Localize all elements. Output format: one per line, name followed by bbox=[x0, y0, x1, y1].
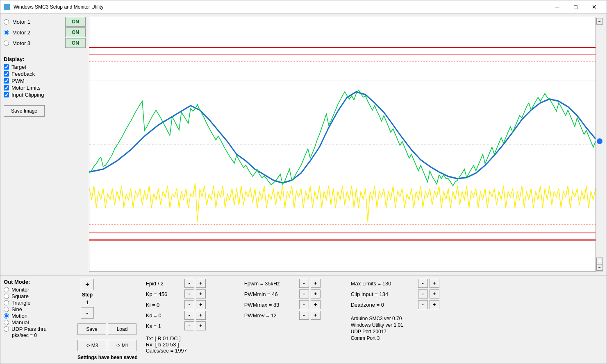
fpid-plus-button[interactable]: + bbox=[196, 279, 206, 288]
window-controls: ─ □ ✕ bbox=[548, 0, 603, 14]
tx-label: Tx: [ B 01 DC ] bbox=[146, 335, 236, 341]
close-button[interactable]: ✕ bbox=[585, 0, 603, 14]
feedback-label: Feedback bbox=[11, 71, 35, 77]
pwmrev-row: PWMrev = 12 - + bbox=[244, 311, 343, 320]
app-icon bbox=[4, 4, 10, 10]
status-text: Settings have been saved bbox=[77, 355, 138, 360]
to-m1-button[interactable]: -> M1 bbox=[108, 340, 136, 351]
pwmrev-plus-button[interactable]: + bbox=[311, 311, 321, 320]
motor-3-on-button[interactable]: ON bbox=[65, 38, 86, 48]
ki-minus-button[interactable]: - bbox=[184, 300, 194, 309]
scroll-up-button[interactable]: − bbox=[596, 18, 603, 25]
kd-label: Kd = 0 bbox=[146, 312, 183, 319]
triangle-radio[interactable] bbox=[4, 300, 9, 305]
out-mode-title: Out Mode: bbox=[4, 279, 69, 285]
pwmrev-minus-button[interactable]: - bbox=[299, 311, 309, 320]
manual-radio-row: Manual bbox=[4, 319, 69, 326]
ks-minus-button[interactable]: - bbox=[184, 321, 194, 330]
motor-3-radio[interactable] bbox=[4, 41, 9, 46]
pwm-section: Fpwm = 35kHz - + PWMmin = 46 - + PWMmax … bbox=[244, 279, 343, 360]
pwmmin-row: PWMmin = 46 - + bbox=[244, 289, 343, 298]
maxlimits-row: Max Limits = 130 - + bbox=[351, 279, 466, 288]
sine-label: Sine bbox=[11, 306, 22, 312]
motor-1-on-button[interactable]: ON bbox=[65, 17, 86, 27]
triangle-label: Triangle bbox=[11, 300, 30, 306]
pwm-checkbox[interactable] bbox=[4, 78, 9, 84]
motor-1-radio[interactable] bbox=[4, 19, 9, 25]
udp-radio[interactable] bbox=[4, 326, 9, 332]
load-button[interactable]: Load bbox=[108, 323, 136, 335]
fpid-minus-button[interactable]: - bbox=[184, 279, 194, 288]
input-clipping-checkbox-row: Input Clipping bbox=[4, 92, 86, 98]
limits-section: Max Limits = 130 - + Clip Input = 134 - … bbox=[351, 279, 466, 360]
pwmrev-label: PWMrev = 12 bbox=[244, 312, 298, 319]
scrollbar-thumb[interactable] bbox=[597, 138, 602, 144]
ks-plus-button[interactable]: + bbox=[196, 321, 206, 330]
motor-2-radio[interactable] bbox=[4, 30, 9, 35]
chart-svg bbox=[89, 17, 596, 271]
motor-1-label: Motor 1 bbox=[12, 19, 62, 25]
clipinput-minus-button[interactable]: - bbox=[418, 289, 428, 298]
pwmmax-plus-button[interactable]: + bbox=[311, 300, 321, 309]
manual-label: Manual bbox=[11, 319, 29, 326]
motor-1-row: Motor 1 ON bbox=[4, 17, 86, 27]
maxlimits-plus-button[interactable]: + bbox=[430, 279, 439, 288]
step-area: + Step 1 - bbox=[77, 279, 94, 319]
minimize-button[interactable]: ─ bbox=[548, 0, 566, 14]
step-value: 1 bbox=[86, 299, 89, 305]
feedback-checkbox-row: Feedback bbox=[4, 71, 86, 77]
deadzone-minus-button[interactable]: - bbox=[418, 300, 428, 309]
kp-minus-button[interactable]: - bbox=[184, 289, 194, 298]
ki-row: Ki = 0 - + bbox=[146, 300, 236, 309]
scroll-mid-button[interactable]: − bbox=[596, 258, 603, 264]
kp-label: Kp = 456 bbox=[146, 291, 183, 297]
maxlimits-minus-button[interactable]: - bbox=[418, 279, 428, 288]
window-title: Windows SMC3 Setup and Monitor Utility bbox=[14, 4, 103, 10]
kp-row: Kp = 456 - + bbox=[146, 289, 236, 298]
monitor-radio[interactable] bbox=[4, 287, 9, 292]
rx-label: Rx: [ b 20 53 ] bbox=[146, 341, 236, 348]
to-m3-button[interactable]: -> M3 bbox=[77, 340, 106, 351]
target-checkbox[interactable] bbox=[4, 64, 9, 70]
ks-row: Ks = 1 - + bbox=[146, 321, 236, 330]
kd-minus-button[interactable]: - bbox=[184, 311, 194, 320]
motion-radio[interactable] bbox=[4, 313, 9, 319]
save-image-button[interactable]: Save Image bbox=[4, 105, 45, 117]
step-plus-button[interactable]: + bbox=[81, 279, 94, 290]
motor-2-on-button[interactable]: ON bbox=[65, 27, 86, 37]
square-radio[interactable] bbox=[4, 294, 9, 299]
save-button[interactable]: Save bbox=[77, 323, 106, 335]
input-clipping-checkbox[interactable] bbox=[4, 92, 9, 97]
pwmmax-minus-button[interactable]: - bbox=[299, 300, 309, 309]
clipinput-plus-button[interactable]: + bbox=[430, 289, 439, 298]
triangle-radio-row: Triangle bbox=[4, 300, 69, 306]
motion-radio-row: Motion bbox=[4, 313, 69, 319]
kd-row: Kd = 0 - + bbox=[146, 311, 236, 320]
fpwm-row: Fpwm = 35kHz - + bbox=[244, 279, 343, 288]
manual-radio[interactable] bbox=[4, 320, 9, 325]
ki-plus-button[interactable]: + bbox=[196, 300, 206, 309]
kp-plus-button[interactable]: + bbox=[196, 289, 206, 298]
kd-plus-button[interactable]: + bbox=[196, 311, 206, 320]
arduino-ver-label: Arduino SMC3 ver 0.70 bbox=[351, 316, 466, 321]
info-section: Arduino SMC3 ver 0.70 Windows Utility ve… bbox=[351, 316, 466, 341]
tx-section: Tx: [ B 01 DC ] Rx: [ b 20 53 ] Calcs/se… bbox=[146, 335, 236, 354]
step-minus-button[interactable]: - bbox=[81, 307, 94, 319]
pwmmin-label: PWMmin = 46 bbox=[244, 291, 298, 297]
motor-limits-checkbox[interactable] bbox=[4, 85, 9, 90]
fpwm-minus-button[interactable]: - bbox=[299, 279, 309, 288]
input-clipping-label: Input Clipping bbox=[11, 92, 44, 98]
scroll-down-button[interactable]: − bbox=[596, 264, 603, 271]
motor-3-label: Motor 3 bbox=[12, 40, 62, 46]
sine-radio[interactable] bbox=[4, 307, 9, 312]
motor-selection: Motor 1 ON Motor 2 ON Motor 3 ON bbox=[4, 17, 86, 48]
restore-button[interactable]: □ bbox=[566, 0, 585, 14]
fpwm-label: Fpwm = 35kHz bbox=[244, 280, 298, 287]
route-buttons: -> M3 -> M1 bbox=[77, 340, 136, 351]
deadzone-plus-button[interactable]: + bbox=[430, 300, 439, 309]
pwmmin-minus-button[interactable]: - bbox=[299, 289, 309, 298]
fpwm-plus-button[interactable]: + bbox=[311, 279, 321, 288]
feedback-checkbox[interactable] bbox=[4, 71, 9, 77]
sine-radio-row: Sine bbox=[4, 306, 69, 312]
pwmmin-plus-button[interactable]: + bbox=[311, 289, 321, 298]
